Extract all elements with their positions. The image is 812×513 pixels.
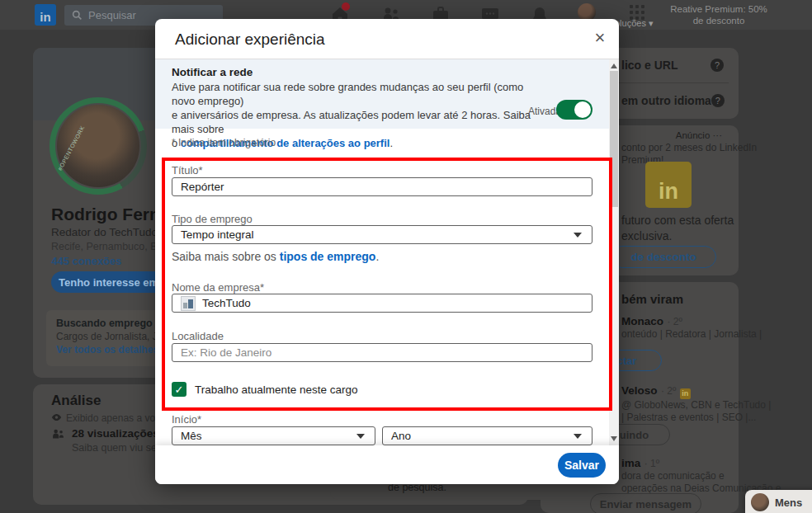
notification-dot bbox=[342, 2, 350, 11]
messaging-label: Mens bbox=[775, 497, 802, 509]
notify-line2: e aniversários de empresa. As atualizaçõ… bbox=[172, 109, 531, 135]
viewer-item[interactable]: Veloso · 2º in @ GloboNews, CBN e TechTu… bbox=[621, 383, 771, 424]
tipos-de-emprego-link[interactable]: tipos de emprego bbox=[280, 250, 376, 263]
search-placeholder: Pesquisar bbox=[88, 9, 136, 21]
notify-title: Notificar a rede bbox=[172, 66, 253, 78]
localidade-field[interactable] bbox=[172, 343, 592, 362]
tipo-emprego-select[interactable]: Tempo integral bbox=[172, 225, 592, 244]
empresa-field[interactable] bbox=[172, 294, 592, 313]
scroll-up-icon[interactable] bbox=[611, 64, 617, 68]
modal-scrollbar[interactable] bbox=[609, 59, 619, 445]
premium-offer-link[interactable]: Reative Premium: 50% de desconto bbox=[656, 3, 781, 26]
viewer-item[interactable]: Monaco · 2º onteúdo | Redatora | Jornali… bbox=[621, 313, 762, 341]
open-to-work-ring: #OPENTOWORK bbox=[50, 97, 147, 195]
viewer-name[interactable]: Monaco bbox=[621, 315, 663, 327]
viewer-desc: | Palestras e eventos | SEO |... bbox=[621, 412, 771, 424]
toggle-knob bbox=[574, 101, 591, 118]
viewer-item[interactable]: ima · 1º dora de comunicação e operações… bbox=[621, 455, 789, 495]
notify-network-section: Notificar a rede Ative para notificar su… bbox=[155, 59, 609, 129]
add-experience-modal: Adicionar experiência × Notificar a rede… bbox=[155, 19, 619, 484]
empresa-label: Nome da empresa* bbox=[172, 281, 264, 294]
notify-toggle[interactable] bbox=[556, 100, 592, 120]
viewer-degree: · 1º bbox=[644, 458, 659, 469]
linkedin-logo[interactable]: in bbox=[35, 4, 56, 26]
titulo-label: Título* bbox=[172, 164, 203, 176]
viewer-desc: dora de comunicação e bbox=[621, 470, 789, 482]
tipo-emprego-value: Tempo integral bbox=[181, 228, 254, 241]
premium-offer-line1: Reative Premium: 50% bbox=[656, 3, 781, 15]
save-button[interactable]: Salvar bbox=[558, 453, 606, 478]
profile-headline: Redator do TechTudo bbox=[51, 226, 158, 238]
viewer-desc: onteúdo | Redatora | Jornalista | bbox=[621, 328, 762, 341]
scrollbar-thumb[interactable] bbox=[610, 71, 618, 207]
chevron-down-icon bbox=[574, 233, 582, 238]
analytics-visibility-text: Exibido apenas a você bbox=[66, 412, 166, 424]
localidade-label: Localidade bbox=[172, 330, 224, 342]
chevron-down-icon bbox=[356, 434, 365, 439]
empresa-input[interactable] bbox=[202, 297, 583, 309]
inicio-year-value: Ano bbox=[391, 430, 411, 442]
solutions-menu[interactable]: oluções ▾ bbox=[615, 18, 654, 29]
ad-label-text: Anúncio bbox=[676, 130, 710, 140]
viewer-name[interactable]: ima bbox=[621, 457, 640, 469]
tipo-emprego-helper: Saiba mais sobre os tipos de emprego. bbox=[172, 250, 379, 263]
viewer-degree: · 2º bbox=[667, 316, 682, 327]
linkedin-profile-screen: in Pesquisar oluções ▾ Reative Premium: … bbox=[0, 0, 812, 513]
people-icon bbox=[51, 427, 65, 454]
linkedin-premium-logo: in bbox=[645, 162, 692, 208]
ad-options-icon[interactable]: ··· bbox=[713, 130, 723, 140]
messaging-dock[interactable]: Mens bbox=[745, 490, 812, 513]
modal-title: Adicionar experiência bbox=[175, 31, 325, 49]
search-icon bbox=[72, 10, 83, 21]
company-logo-icon bbox=[181, 296, 196, 311]
analytics-title: Análise bbox=[51, 393, 101, 409]
also-viewed-header: bém viram bbox=[621, 292, 683, 306]
connections-link[interactable]: 445 conexões bbox=[51, 255, 121, 267]
ad-headline-line1: futuro com esta oferta bbox=[621, 213, 734, 228]
premium-in-badge-icon: in bbox=[680, 388, 691, 399]
helper-suffix: . bbox=[375, 250, 379, 263]
viewer-desc: @ GloboNews, CBN e TechTudo | bbox=[621, 399, 771, 412]
localidade-input[interactable] bbox=[181, 346, 583, 359]
notify-line1: Ative para notificar sua rede sobre gran… bbox=[172, 81, 523, 107]
ad-headline-line2: exclusiva. bbox=[621, 228, 734, 244]
public-profile-url-label: lico e URL bbox=[621, 59, 677, 72]
required-note: * Indica item obrigatório bbox=[172, 137, 276, 148]
current-role-checkbox[interactable]: ✓ bbox=[172, 382, 186, 397]
helper-prefix: Saiba mais sobre os bbox=[172, 250, 280, 263]
scroll-down-icon[interactable] bbox=[611, 436, 617, 441]
current-role-label: Trabalho atualmente neste cargo bbox=[195, 384, 358, 396]
notify-line3-suffix: . bbox=[389, 137, 393, 149]
ad-text-line1: conto por 2 meses do LinkedIn bbox=[621, 142, 757, 154]
inicio-label: Início* bbox=[172, 413, 201, 426]
inicio-month-value: Mês bbox=[181, 430, 202, 442]
send-message-button[interactable]: Enviar mensagem bbox=[590, 493, 701, 513]
other-language-label: em outro idioma bbox=[621, 94, 711, 107]
premium-offer-line2: de desconto bbox=[656, 15, 781, 26]
help-question-icon[interactable]: ? bbox=[711, 94, 725, 107]
titulo-field[interactable] bbox=[172, 177, 592, 196]
help-question-icon[interactable]: ? bbox=[710, 59, 724, 72]
modal-footer: Salvar bbox=[155, 445, 619, 484]
viewer-degree: · 2º bbox=[661, 385, 676, 397]
inicio-year-select[interactable]: Ano bbox=[382, 426, 592, 445]
viewer-name[interactable]: Veloso bbox=[621, 384, 658, 397]
close-icon[interactable]: × bbox=[589, 27, 611, 49]
chevron-down-icon bbox=[574, 434, 582, 439]
messaging-avatar bbox=[751, 493, 769, 511]
tipo-emprego-label: Tipo de emprego bbox=[172, 213, 253, 225]
analytics-visibility: Exibido apenas a você bbox=[51, 412, 166, 424]
eye-icon bbox=[51, 412, 62, 424]
inicio-month-select[interactable]: Mês bbox=[172, 426, 375, 445]
ad-label[interactable]: Anúncio ··· bbox=[676, 130, 722, 140]
titulo-input[interactable] bbox=[181, 181, 583, 193]
ad-cta-button[interactable]: de desconto bbox=[611, 246, 716, 268]
